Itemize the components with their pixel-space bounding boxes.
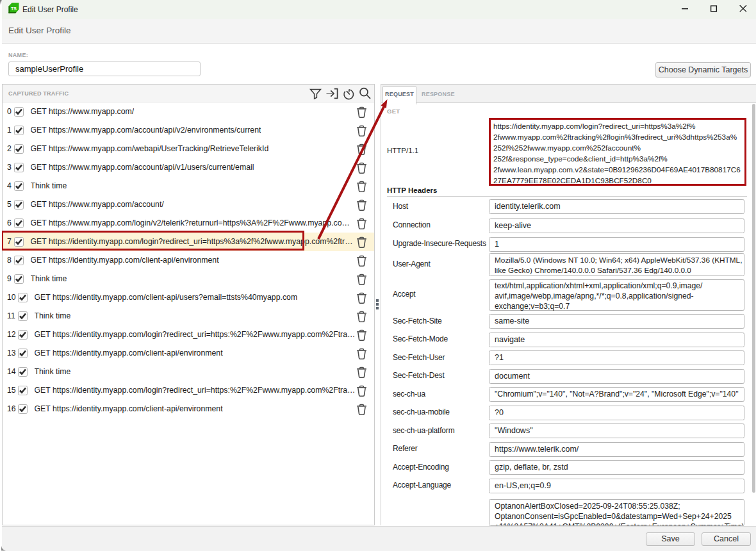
svg-text:TS: TS	[11, 6, 17, 11]
